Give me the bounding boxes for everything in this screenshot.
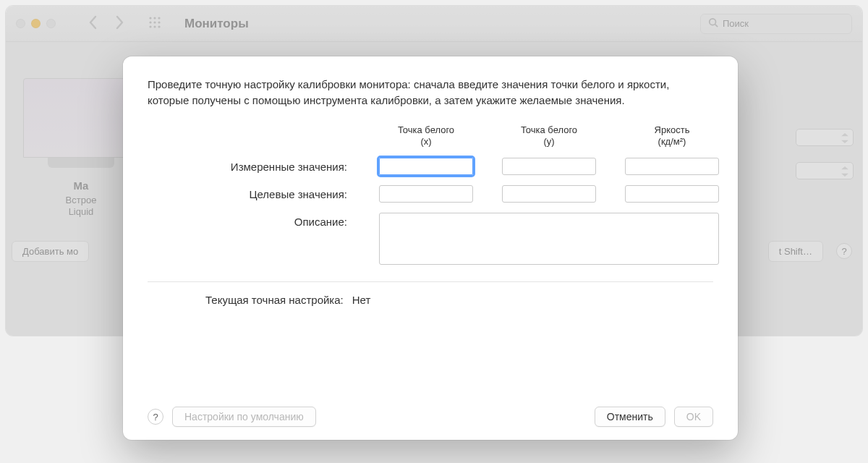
column-white-x-header: Точка белого (x) (379, 124, 473, 148)
nav-arrows (88, 15, 125, 33)
target-white-x-input[interactable] (379, 185, 473, 203)
column-luminance-header: Яркость (кд/м²) (625, 124, 719, 148)
measured-white-x-input[interactable] (379, 158, 473, 175)
svg-point-8 (158, 25, 160, 27)
night-shift-button[interactable]: t Shift… (768, 241, 823, 262)
svg-point-9 (710, 18, 716, 25)
target-white-y-input[interactable] (502, 185, 596, 203)
measured-white-y-input[interactable] (502, 158, 596, 175)
zoom-window-button[interactable] (46, 19, 56, 28)
description-area (379, 213, 719, 267)
sheet-footer: ? Настройки по умолчанию Отменить OK (148, 407, 713, 427)
svg-point-4 (153, 21, 156, 23)
monitor-name: Ma (23, 179, 139, 192)
svg-point-0 (149, 17, 151, 19)
svg-point-2 (158, 17, 160, 19)
monitor-thumbnail (23, 78, 139, 158)
target-label: Целевые значения: (148, 188, 350, 200)
window-controls (16, 19, 56, 28)
target-luminance-input[interactable] (625, 185, 719, 203)
calibration-grid: Точка белого (x) Точка белого (y) Яркост… (148, 124, 713, 267)
cancel-button[interactable]: Отменить (595, 407, 665, 427)
svg-point-5 (158, 21, 160, 23)
search-input[interactable] (723, 18, 844, 29)
measured-luminance-input[interactable] (625, 158, 719, 175)
help-button-bg[interactable]: ? (836, 243, 852, 259)
select-1[interactable] (796, 129, 854, 146)
current-tuning-row: Текущая точная настройка: Нет (205, 294, 713, 306)
current-tuning-value: Нет (352, 294, 371, 306)
select-2[interactable] (796, 162, 854, 179)
svg-point-6 (149, 25, 151, 27)
svg-line-10 (715, 24, 718, 27)
column-white-y-header: Точка белого (y) (502, 124, 596, 148)
measured-label: Измеренные значения: (148, 161, 350, 173)
titlebar: Мониторы (6, 6, 862, 42)
add-display-button[interactable]: Добавить мо (12, 241, 89, 262)
help-button[interactable]: ? (148, 409, 163, 425)
search-field[interactable] (700, 14, 852, 34)
instruction-text: Проведите точную настройку калибровки мо… (148, 77, 713, 109)
window-title: Мониторы (184, 17, 249, 31)
separator (148, 281, 713, 282)
description-textarea[interactable] (379, 213, 719, 265)
minimize-window-button[interactable] (31, 19, 41, 28)
monitor-stand (48, 158, 114, 168)
svg-point-3 (149, 21, 151, 23)
back-button[interactable] (88, 15, 99, 33)
monitor-labels: Ma Встрое Liquid (23, 179, 139, 218)
monitor-sub1: Встрое (23, 195, 139, 206)
current-tuning-label: Текущая точная настройка: (205, 294, 344, 306)
defaults-button[interactable]: Настройки по умолчанию (172, 407, 316, 427)
description-label: Описание: (148, 213, 350, 228)
close-window-button[interactable] (16, 19, 25, 28)
calibration-sheet: Проведите точную настройку калибровки мо… (123, 56, 738, 440)
svg-point-1 (153, 17, 156, 19)
ok-button[interactable]: OK (674, 407, 713, 427)
right-column (796, 129, 854, 179)
search-icon (708, 17, 718, 30)
svg-point-7 (153, 25, 156, 27)
show-all-icon[interactable] (148, 16, 161, 32)
monitor-sub2: Liquid (23, 206, 139, 218)
forward-button[interactable] (114, 15, 125, 33)
